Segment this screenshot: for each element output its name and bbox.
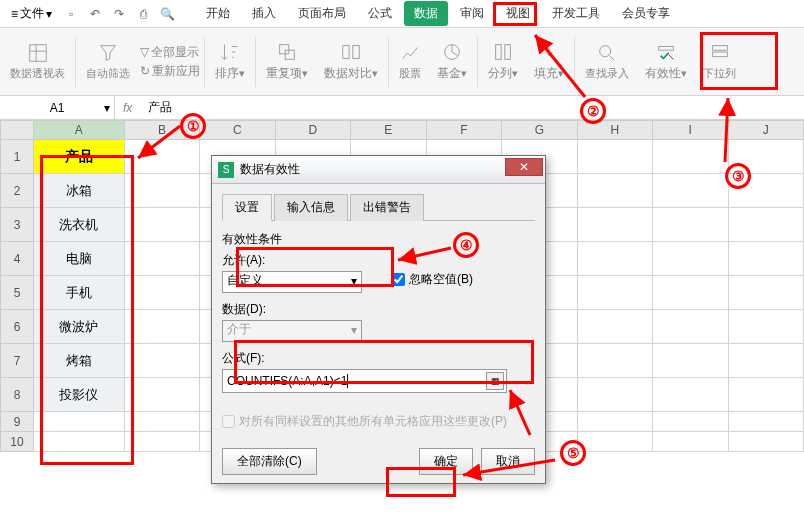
row-header[interactable]: 1: [0, 140, 34, 174]
cell[interactable]: [653, 242, 728, 276]
cell[interactable]: [729, 378, 804, 412]
cell[interactable]: [653, 174, 728, 208]
cell[interactable]: [578, 174, 653, 208]
tab-view[interactable]: 视图: [496, 1, 540, 26]
tab-home[interactable]: 开始: [196, 1, 240, 26]
tab-layout[interactable]: 页面布局: [288, 1, 356, 26]
reapply-button[interactable]: ↻重新应用: [140, 63, 200, 80]
col-header-a[interactable]: A: [34, 120, 125, 140]
row-header[interactable]: 8: [0, 378, 34, 412]
cell[interactable]: [578, 432, 653, 452]
cell[interactable]: [653, 276, 728, 310]
find-button[interactable]: 查找录入: [579, 40, 635, 83]
dropdown-button[interactable]: 下拉列: [697, 40, 742, 83]
col-header[interactable]: F: [427, 120, 502, 140]
cell[interactable]: [653, 412, 728, 432]
print-icon[interactable]: ⎙: [134, 5, 152, 23]
dlg-tab-error[interactable]: 出错警告: [350, 194, 424, 221]
preview-icon[interactable]: 🔍: [158, 5, 176, 23]
col-header[interactable]: E: [351, 120, 426, 140]
row-header[interactable]: 4: [0, 242, 34, 276]
cell[interactable]: 洗衣机: [34, 208, 125, 242]
col-header[interactable]: J: [729, 120, 804, 140]
allow-select[interactable]: 自定义: [222, 271, 362, 293]
cell[interactable]: [578, 344, 653, 378]
ignore-blank-checkbox[interactable]: 忽略空值(B): [392, 271, 473, 288]
cell[interactable]: [578, 242, 653, 276]
cell[interactable]: 电脑: [34, 242, 125, 276]
redo-icon[interactable]: ↷: [110, 5, 128, 23]
col-header[interactable]: G: [502, 120, 577, 140]
cell[interactable]: [578, 378, 653, 412]
cell[interactable]: [578, 208, 653, 242]
cell[interactable]: 烤箱: [34, 344, 125, 378]
cell[interactable]: [125, 140, 200, 174]
cell[interactable]: [653, 208, 728, 242]
formula-input[interactable]: COUNTIFS(A:A,A1)<1 ▦: [222, 369, 507, 393]
cell[interactable]: [125, 412, 200, 432]
cell[interactable]: [578, 412, 653, 432]
cell[interactable]: 手机: [34, 276, 125, 310]
cell[interactable]: [729, 208, 804, 242]
cell[interactable]: [34, 412, 125, 432]
filter-button[interactable]: 自动筛选: [80, 40, 136, 83]
cell[interactable]: [653, 344, 728, 378]
cell[interactable]: [729, 174, 804, 208]
fill-button[interactable]: 填充▾: [528, 39, 570, 84]
row-header[interactable]: 7: [0, 344, 34, 378]
col-header[interactable]: B: [125, 120, 200, 140]
col-header[interactable]: H: [578, 120, 653, 140]
cell[interactable]: [729, 432, 804, 452]
undo-icon[interactable]: ↶: [86, 5, 104, 23]
cell[interactable]: [729, 242, 804, 276]
showall-button[interactable]: ▽全部显示: [140, 44, 200, 61]
pivot-button[interactable]: 数据透视表: [4, 40, 71, 83]
cell[interactable]: [125, 276, 200, 310]
cell[interactable]: [578, 310, 653, 344]
compare-button[interactable]: 数据对比▾: [318, 39, 384, 84]
cell[interactable]: [729, 140, 804, 174]
select-all-corner[interactable]: [0, 120, 34, 140]
dialog-titlebar[interactable]: S 数据有效性 ✕: [212, 156, 545, 184]
split-button[interactable]: 分列▾: [482, 39, 524, 84]
cell[interactable]: [729, 276, 804, 310]
save-icon[interactable]: ▫: [62, 5, 80, 23]
tab-data[interactable]: 数据: [404, 1, 448, 26]
file-menu[interactable]: ≡ 文件 ▾: [5, 3, 58, 24]
fx-icon[interactable]: fx: [115, 101, 140, 115]
cell[interactable]: 微波炉: [34, 310, 125, 344]
cell[interactable]: [125, 174, 200, 208]
cancel-button[interactable]: 取消: [481, 448, 535, 475]
close-button[interactable]: ✕: [505, 158, 543, 176]
range-picker-icon[interactable]: ▦: [486, 372, 504, 390]
cell[interactable]: 冰箱: [34, 174, 125, 208]
sort-button[interactable]: 排序▾: [209, 39, 251, 84]
cell[interactable]: [729, 412, 804, 432]
cell[interactable]: [729, 310, 804, 344]
cell[interactable]: [653, 310, 728, 344]
col-header[interactable]: C: [200, 120, 275, 140]
ok-button[interactable]: 确定: [419, 448, 473, 475]
row-header[interactable]: 3: [0, 208, 34, 242]
row-header[interactable]: 9: [0, 412, 34, 432]
cell[interactable]: [653, 378, 728, 412]
row-header[interactable]: 2: [0, 174, 34, 208]
dlg-tab-input[interactable]: 输入信息: [274, 194, 348, 221]
cell[interactable]: [34, 432, 125, 452]
row-header[interactable]: 5: [0, 276, 34, 310]
stock-button[interactable]: 股票: [393, 40, 427, 83]
row-header[interactable]: 6: [0, 310, 34, 344]
cell[interactable]: [125, 432, 200, 452]
dlg-tab-settings[interactable]: 设置: [222, 194, 272, 221]
cell[interactable]: [125, 208, 200, 242]
cell[interactable]: 投影仪: [34, 378, 125, 412]
row-header[interactable]: 10: [0, 432, 34, 452]
cell[interactable]: [578, 276, 653, 310]
cell[interactable]: [125, 378, 200, 412]
validity-button[interactable]: 有效性▾: [639, 39, 693, 84]
dedup-button[interactable]: 重复项▾: [260, 39, 314, 84]
cell[interactable]: [125, 242, 200, 276]
name-box[interactable]: A1▾: [0, 96, 115, 120]
cell[interactable]: 产品: [34, 140, 125, 174]
tab-insert[interactable]: 插入: [242, 1, 286, 26]
